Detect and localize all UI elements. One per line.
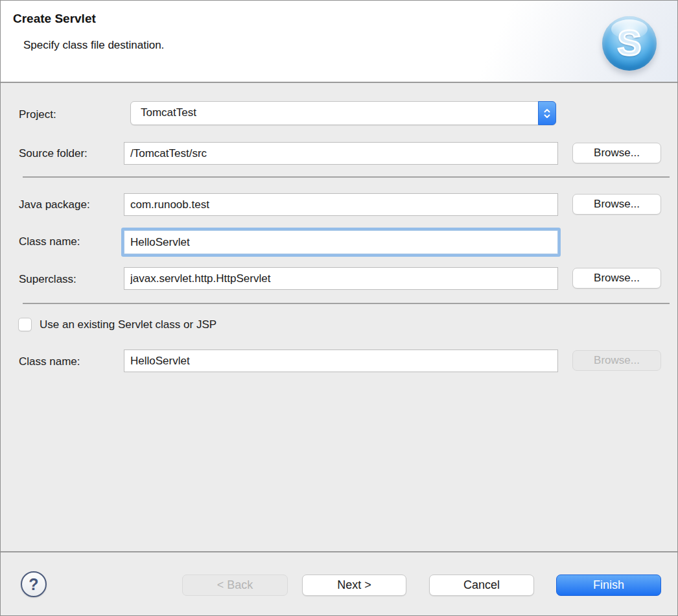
use-existing-label: Use an existing Servlet class or JSP xyxy=(40,318,216,331)
superclass-label: Superclass: xyxy=(19,273,76,286)
existing-class-name-browse-button: Browse... xyxy=(572,350,661,371)
footer-divider xyxy=(1,551,677,552)
section-divider xyxy=(23,303,670,304)
dialog-subtitle: Specify class file destination. xyxy=(23,39,164,52)
chevron-up-down-icon[interactable] xyxy=(538,101,556,125)
project-select-value: TomcatTest xyxy=(141,106,196,119)
next-button[interactable]: Next > xyxy=(302,575,406,596)
java-package-browse-button[interactable]: Browse... xyxy=(572,194,661,215)
back-button: < Back xyxy=(182,575,288,596)
project-label: Project: xyxy=(19,108,56,121)
class-name-input[interactable] xyxy=(124,230,558,254)
java-package-input[interactable] xyxy=(124,193,558,216)
create-servlet-dialog: Create Servlet Specify class file destin… xyxy=(0,0,678,616)
existing-class-name-label: Class name: xyxy=(19,355,80,368)
finish-button[interactable]: Finish xyxy=(556,575,661,596)
cancel-button[interactable]: Cancel xyxy=(429,575,534,596)
source-folder-browse-button[interactable]: Browse... xyxy=(572,143,661,163)
class-name-label: Class name: xyxy=(19,235,80,248)
java-package-label: Java package: xyxy=(19,198,90,211)
servlet-sphere-icon: S xyxy=(602,16,657,71)
use-existing-checkbox[interactable] xyxy=(18,318,32,331)
help-icon[interactable]: ? xyxy=(21,571,47,597)
section-divider xyxy=(23,176,670,178)
project-select[interactable]: TomcatTest xyxy=(130,101,556,125)
superclass-input[interactable] xyxy=(124,267,558,290)
dialog-title: Create Servlet xyxy=(13,12,96,26)
dialog-header: Create Servlet Specify class file destin… xyxy=(1,1,677,83)
superclass-browse-button[interactable]: Browse... xyxy=(572,268,661,289)
existing-class-name-input[interactable] xyxy=(124,349,558,372)
source-folder-input[interactable] xyxy=(124,142,558,165)
servlet-letter: S xyxy=(602,21,657,64)
source-folder-label: Source folder: xyxy=(19,147,88,160)
